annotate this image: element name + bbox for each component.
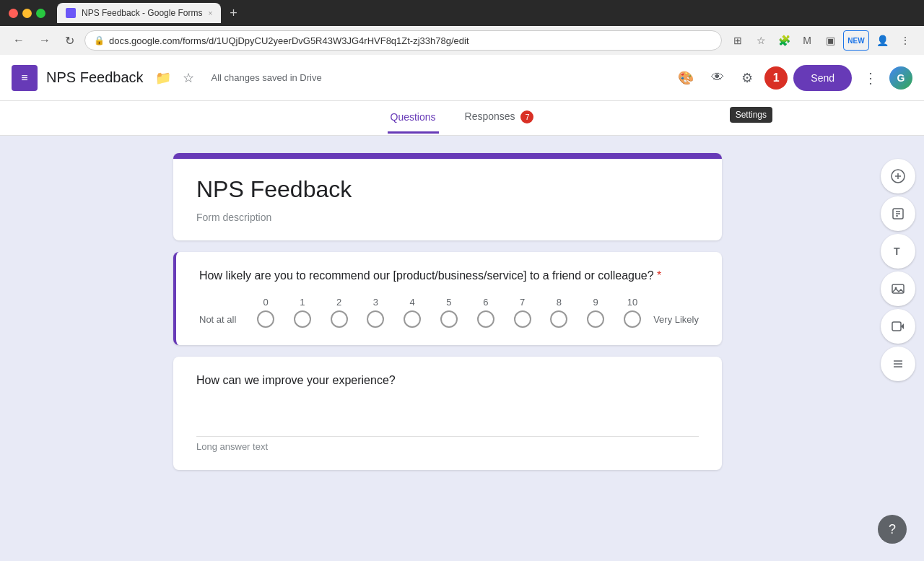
side-toolbar: T [872, 153, 924, 544]
new-tab-button[interactable]: + [224, 6, 243, 21]
folder-button[interactable]: 📁 [149, 64, 177, 92]
close-window-dot[interactable] [9, 9, 18, 18]
nps-radio-group [257, 310, 641, 328]
back-button[interactable]: ← [9, 31, 29, 50]
svg-rect-8 [892, 284, 904, 293]
nps-num-2: 2 [331, 297, 348, 308]
add-question-button[interactable] [881, 159, 915, 193]
add-video-button[interactable] [881, 309, 915, 344]
nps-num-5: 5 [440, 297, 458, 308]
header-right: 🎨 👁 ⚙ Settings 1 Send ⋮ G [672, 64, 912, 92]
navigation-bar: ← → ↻ 🔒 docs.google.com/forms/d/1UQjDpyC… [0, 26, 924, 55]
nps-num-9: 9 [587, 297, 604, 308]
address-bar[interactable]: 🔒 docs.google.com/forms/d/1UQjDpyCU2yeer… [84, 30, 722, 51]
preview-icon[interactable]: 👁 [705, 64, 730, 91]
form-area: NPS Feedback Form description How likely… [23, 153, 872, 544]
question-1-card: How likely are you to recommend our [pro… [173, 252, 722, 345]
tab-close-btn[interactable]: × [208, 9, 212, 17]
extensions-icon[interactable]: 🧩 [774, 30, 794, 51]
translate-icon[interactable]: ⊞ [728, 30, 748, 51]
meet-icon[interactable]: ▣ [820, 30, 840, 51]
nps-num-6: 6 [477, 297, 494, 308]
app-header: ≡ NPS Feedback 📁 ☆ All changes saved in … [0, 55, 924, 101]
browser-chrome: NPS Feedback - Google Forms × + [0, 0, 924, 26]
address-text: docs.google.com/forms/d/1UQjDpyCU2yeerDv… [109, 35, 469, 46]
svg-rect-10 [892, 322, 901, 331]
nps-label-left: Not at all [199, 314, 257, 325]
radio-9[interactable] [587, 310, 604, 328]
tab-responses[interactable]: Responses 7 [462, 102, 537, 134]
more-menu-button[interactable]: ⋮ [858, 64, 884, 92]
help-button[interactable]: ? [878, 515, 907, 544]
send-button[interactable]: Send [793, 65, 852, 91]
radio-6[interactable] [477, 310, 494, 328]
forward-button[interactable]: → [35, 31, 55, 50]
nps-num-1: 1 [294, 297, 311, 308]
lock-icon: 🔒 [94, 35, 105, 45]
browser-menu-icon[interactable]: ⋮ [895, 30, 915, 51]
responses-badge: 7 [520, 110, 533, 123]
addon-icon[interactable]: 🎨 [672, 64, 699, 92]
profile-icon[interactable]: 👤 [872, 30, 892, 51]
long-answer-placeholder: Long answer text [196, 441, 268, 452]
add-section-button[interactable] [881, 347, 915, 381]
nps-num-0: 0 [257, 297, 274, 308]
active-tab[interactable]: NPS Feedback - Google Forms × [57, 3, 221, 23]
nps-label-right: Very Likely [641, 314, 699, 325]
save-status: All changes saved in Drive [212, 72, 322, 83]
nps-num-4: 4 [404, 297, 421, 308]
import-questions-button[interactable] [881, 196, 915, 231]
refresh-button[interactable]: ↻ [61, 31, 79, 51]
user-avatar[interactable]: G [889, 66, 912, 90]
gmail-icon[interactable]: M [797, 30, 817, 51]
form-app-icon: ≡ [12, 65, 38, 91]
tab-favicon [66, 8, 76, 18]
radio-1[interactable] [294, 310, 311, 328]
radio-4[interactable] [404, 310, 421, 328]
form-header-card: NPS Feedback Form description [173, 153, 722, 240]
form-description-placeholder[interactable]: Form description [196, 212, 699, 223]
nps-num-7: 7 [514, 297, 531, 308]
nps-num-8: 8 [550, 297, 567, 308]
radio-7[interactable] [514, 310, 531, 328]
question-2-card: How can we improve your experience? Long… [173, 357, 722, 470]
radio-2[interactable] [331, 310, 348, 328]
header-card-content: NPS Feedback Form description [173, 159, 722, 240]
tab-title: NPS Feedback - Google Forms [82, 8, 202, 18]
star-button[interactable]: ☆ [177, 64, 200, 92]
new-icon[interactable]: NEW [843, 30, 869, 51]
tabs-bar: Questions Responses 7 [0, 101, 924, 136]
settings-tooltip: Settings [730, 107, 772, 123]
notification-badge[interactable]: 1 [764, 66, 788, 90]
required-indicator: * [657, 269, 661, 282]
radio-0[interactable] [257, 310, 274, 328]
question-1-content: How likely are you to recommend our [pro… [176, 252, 722, 345]
browser-nav-icons: ⊞ ☆ 🧩 M ▣ NEW 👤 ⋮ [728, 30, 915, 51]
add-title-button[interactable]: T [881, 234, 915, 269]
question-2-text: How can we improve your experience? [196, 374, 699, 387]
window-controls [9, 9, 45, 18]
nps-num-10: 10 [624, 297, 641, 308]
radio-3[interactable] [367, 310, 384, 328]
radio-8[interactable] [550, 310, 567, 328]
minimize-window-dot[interactable] [22, 9, 32, 18]
question-2-content: How can we improve your experience? Long… [173, 357, 722, 470]
form-title: NPS Feedback [46, 69, 144, 86]
nps-number-row: 0 1 2 3 4 5 6 7 8 9 10 [199, 297, 699, 308]
long-answer-input[interactable] [196, 401, 699, 437]
main-content: NPS Feedback Form description How likely… [0, 136, 924, 561]
radio-5[interactable] [440, 310, 458, 328]
tab-bar: NPS Feedback - Google Forms × + [57, 3, 915, 23]
maximize-window-dot[interactable] [36, 9, 45, 18]
radio-10[interactable] [624, 310, 641, 328]
nps-num-3: 3 [367, 297, 384, 308]
nps-radio-row: Not at all Very Likely [199, 310, 699, 328]
bookmark-icon[interactable]: ☆ [751, 30, 771, 51]
settings-button[interactable]: ⚙ [736, 64, 759, 92]
svg-text:T: T [894, 245, 900, 257]
form-name[interactable]: NPS Feedback [196, 176, 699, 203]
add-image-button[interactable] [881, 271, 915, 306]
tab-questions[interactable]: Questions [388, 103, 439, 134]
question-1-text: How likely are you to recommend our [pro… [199, 269, 699, 282]
